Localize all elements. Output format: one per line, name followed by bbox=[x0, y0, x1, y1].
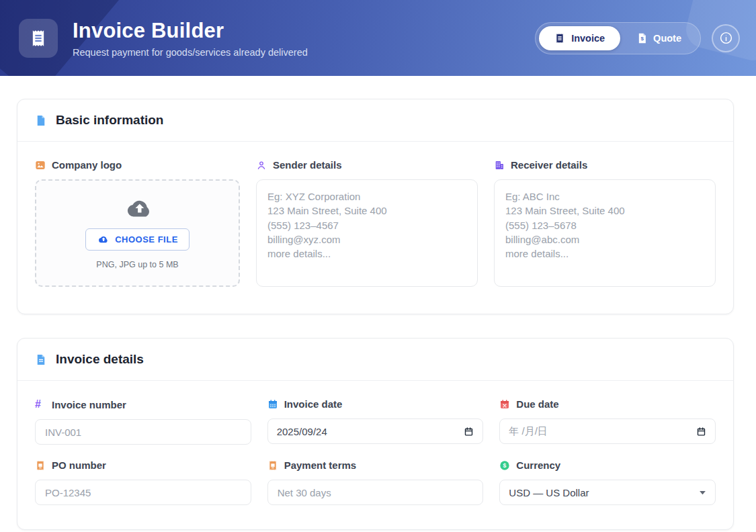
sender-details-textarea[interactable] bbox=[256, 179, 478, 287]
due-date-label: Due date bbox=[516, 398, 558, 410]
due-date-field: Due date 年 /月/日 bbox=[499, 398, 716, 445]
date-picker-icon[interactable] bbox=[696, 427, 706, 437]
po-number-label-row: PO number bbox=[35, 459, 251, 471]
company-logo-field: Company logo bbox=[35, 159, 240, 290]
due-date-label-row: Due date bbox=[499, 398, 716, 410]
header-actions: Invoice $ Quote bbox=[535, 22, 740, 54]
tab-quote[interactable]: $ Quote bbox=[622, 26, 697, 50]
choose-file-button[interactable]: CHOOSE FILE bbox=[85, 228, 190, 251]
document-mode-toggle: Invoice $ Quote bbox=[535, 22, 701, 54]
receipt-icon bbox=[29, 29, 48, 48]
receiver-details-textarea[interactable] bbox=[494, 179, 716, 287]
section-title-invoice-details: Invoice details bbox=[56, 352, 144, 367]
main-content: Basic information Company logo bbox=[0, 76, 756, 532]
invoice-date-value: 2025/09/24 bbox=[277, 426, 327, 437]
date-picker-icon[interactable] bbox=[464, 427, 474, 437]
currency-selected-value: USD — US Dollar bbox=[509, 487, 589, 498]
payment-terms-label-row: Payment terms bbox=[267, 459, 484, 471]
payment-terms-field: Payment terms bbox=[267, 459, 484, 505]
receiver-details-label-row: Receiver details bbox=[494, 159, 716, 171]
receiver-details-field: Receiver details bbox=[494, 159, 716, 290]
page-title: Invoice Builder bbox=[73, 19, 535, 43]
file-icon bbox=[35, 114, 47, 127]
invoice-number-input[interactable] bbox=[35, 419, 251, 445]
file-lines-icon bbox=[35, 353, 47, 366]
calendar-icon bbox=[267, 399, 278, 410]
page-subtitle: Request payment for goods/services alrea… bbox=[73, 47, 535, 58]
invoice-number-field: # Invoice number bbox=[35, 398, 251, 445]
basic-information-header: Basic information bbox=[17, 99, 733, 142]
currency-label: Currency bbox=[516, 459, 560, 471]
invoice-date-input[interactable]: 2025/09/24 bbox=[267, 418, 484, 444]
po-number-input[interactable] bbox=[35, 480, 251, 505]
currency-select[interactable]: USD — US Dollar bbox=[499, 480, 716, 505]
payment-terms-label: Payment terms bbox=[284, 459, 357, 471]
currency-field: $ Currency USD — US Dollar bbox=[499, 459, 716, 505]
basic-information-card: Basic information Company logo bbox=[17, 99, 734, 314]
info-icon bbox=[719, 31, 733, 45]
section-title-basic-information: Basic information bbox=[56, 113, 163, 128]
cloud-upload-icon bbox=[122, 197, 153, 220]
payment-terms-input[interactable] bbox=[267, 480, 484, 505]
invoice-receipt-icon bbox=[554, 33, 565, 44]
person-icon bbox=[256, 160, 267, 171]
choose-file-label: CHOOSE FILE bbox=[115, 234, 178, 245]
currency-label-row: $ Currency bbox=[499, 459, 716, 471]
sender-details-label: Sender details bbox=[273, 159, 342, 171]
chevron-down-icon bbox=[699, 490, 706, 495]
logo-dropzone[interactable]: CHOOSE FILE PNG, JPG up to 5 MB bbox=[35, 179, 240, 287]
calendar-x-icon bbox=[499, 399, 510, 410]
header-text: Invoice Builder Request payment for good… bbox=[73, 19, 535, 58]
invoice-details-card: Invoice details # Invoice number bbox=[17, 338, 734, 530]
company-logo-label: Company logo bbox=[52, 159, 122, 171]
info-button[interactable] bbox=[712, 24, 740, 52]
dollar-circle-icon: $ bbox=[499, 460, 510, 471]
invoice-date-label: Invoice date bbox=[284, 398, 343, 410]
sender-details-field: Sender details bbox=[256, 159, 478, 290]
app-logo bbox=[19, 19, 58, 58]
tab-invoice-label: Invoice bbox=[571, 33, 605, 44]
invoice-details-header: Invoice details bbox=[17, 339, 733, 381]
app-header: Invoice Builder Request payment for good… bbox=[0, 0, 756, 76]
cloud-upload-small-icon bbox=[97, 235, 109, 244]
upload-hint: PNG, JPG up to 5 MB bbox=[96, 260, 178, 269]
invoice-date-field: Invoice date 2025/09/24 bbox=[267, 398, 484, 445]
svg-text:$: $ bbox=[503, 462, 507, 469]
tab-invoice[interactable]: Invoice bbox=[539, 26, 620, 50]
basic-information-body: Company logo bbox=[17, 142, 733, 314]
po-number-label: PO number bbox=[52, 459, 106, 471]
invoice-number-label: Invoice number bbox=[52, 399, 126, 410]
quote-document-icon: $ bbox=[637, 33, 647, 44]
hash-icon: # bbox=[35, 398, 46, 410]
receipt-orange-icon bbox=[267, 460, 278, 471]
invoice-details-body: # Invoice number bbox=[17, 381, 733, 529]
invoice-date-label-row: Invoice date bbox=[267, 398, 484, 410]
receipt-orange-icon bbox=[35, 460, 46, 471]
po-number-field: PO number bbox=[35, 459, 251, 505]
sender-details-label-row: Sender details bbox=[256, 159, 478, 171]
image-icon bbox=[35, 160, 46, 171]
invoice-number-label-row: # Invoice number bbox=[35, 398, 251, 410]
tab-quote-label: Quote bbox=[653, 33, 681, 44]
svg-text:$: $ bbox=[641, 36, 644, 42]
due-date-input[interactable]: 年 /月/日 bbox=[499, 418, 716, 444]
receiver-details-label: Receiver details bbox=[511, 159, 587, 171]
due-date-placeholder: 年 /月/日 bbox=[509, 425, 548, 438]
building-icon bbox=[494, 160, 505, 171]
company-logo-label-row: Company logo bbox=[35, 159, 240, 171]
